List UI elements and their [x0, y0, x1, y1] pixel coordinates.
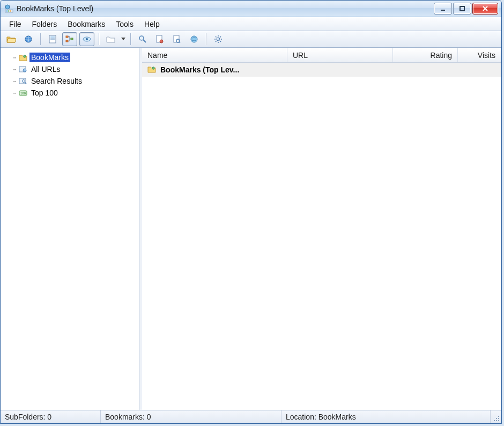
bookmark-folder-icon: [19, 53, 27, 62]
app-window: BookMarks (Top Level) File Folders Bookm…: [0, 0, 502, 424]
svg-text:100: 100: [20, 92, 26, 95]
tree-item-top-100[interactable]: ⋯ 100 Top 100: [3, 87, 137, 99]
svg-point-26: [23, 69, 26, 72]
tree-item-all-urls[interactable]: ⋯ All URLs: [3, 63, 137, 75]
svg-rect-6: [460, 6, 464, 11]
status-bookmarks: Bookmarks: 0: [101, 410, 281, 423]
folder-icon: [147, 65, 156, 75]
toolbar-separator: [206, 33, 206, 45]
svg-rect-14: [71, 38, 73, 40]
column-header-rating[interactable]: Rating: [393, 48, 458, 62]
svg-rect-11: [50, 39, 55, 40]
column-header-visits[interactable]: Visits: [458, 48, 501, 62]
top100-icon: 100: [19, 89, 27, 97]
page-view-button[interactable]: [45, 32, 60, 46]
app-icon: [5, 4, 13, 13]
svg-point-22: [191, 36, 197, 42]
svg-point-19: [160, 40, 163, 43]
folder-tree[interactable]: ⋯ BookMarks ⋯ All URLs ⋯ Search Results: [1, 48, 139, 410]
svg-rect-2: [6, 10, 8, 12]
toolbar-separator: [99, 33, 99, 45]
svg-point-17: [139, 36, 144, 40]
search-results-icon: [19, 77, 27, 85]
svg-rect-10: [50, 38, 55, 39]
svg-rect-33: [496, 420, 497, 421]
search-button[interactable]: [135, 32, 150, 46]
tree-connector: ⋯: [4, 54, 17, 61]
globe-small-button[interactable]: [187, 32, 202, 46]
svg-point-31: [152, 67, 154, 69]
window-controls: [434, 3, 498, 14]
tree-connector: ⋯: [4, 66, 17, 73]
tree-connector: ⋯: [4, 78, 17, 85]
doc-search-button[interactable]: [169, 32, 184, 46]
doc-check-button[interactable]: [152, 32, 167, 46]
list-header: Name URL Rating Visits: [142, 48, 501, 63]
svg-point-16: [86, 38, 88, 40]
tree-item-label: Search Results: [29, 76, 84, 86]
svg-rect-36: [496, 418, 497, 419]
menu-bookmarks[interactable]: Bookmarks: [62, 18, 110, 31]
svg-rect-34: [498, 418, 499, 419]
new-folder-button[interactable]: [103, 32, 118, 46]
menu-tools[interactable]: Tools: [110, 18, 139, 31]
toolbar-separator: [40, 33, 41, 45]
svg-rect-13: [66, 40, 68, 42]
menu-help[interactable]: Help: [139, 18, 165, 31]
svg-point-23: [217, 38, 220, 41]
toolbar: [1, 31, 501, 48]
new-folder-dropdown[interactable]: [121, 38, 126, 41]
menubar: File Folders Bookmarks Tools Help: [1, 17, 501, 31]
svg-rect-12: [66, 36, 68, 38]
svg-rect-5: [441, 10, 445, 11]
status-subfolders: SubFolders: 0: [1, 410, 101, 423]
column-header-url[interactable]: URL: [287, 48, 393, 62]
menu-file[interactable]: File: [4, 18, 27, 31]
status-location: Location: BookMarks: [281, 410, 491, 423]
svg-point-24: [24, 55, 26, 57]
column-header-name[interactable]: Name: [142, 48, 287, 62]
thumb-view-button[interactable]: [79, 32, 94, 46]
tree-item-label: Top 100: [29, 88, 60, 98]
svg-rect-9: [50, 36, 55, 38]
minimize-button[interactable]: [434, 3, 452, 14]
statusbar: SubFolders: 0 Bookmarks: 0 Location: Boo…: [1, 410, 501, 423]
tree-item-search-results[interactable]: ⋯ Search Results: [3, 75, 137, 87]
list-panel: Name URL Rating Visits BookMarks (Top Le…: [142, 48, 501, 410]
globe-button[interactable]: [21, 32, 36, 46]
window-title: BookMarks (Top Level): [17, 4, 93, 13]
svg-rect-35: [494, 420, 495, 421]
menu-folders[interactable]: Folders: [27, 18, 63, 31]
titlebar: BookMarks (Top Level): [1, 1, 501, 17]
tree-view-button[interactable]: [62, 32, 77, 46]
toolbar-separator: [130, 33, 131, 45]
svg-rect-32: [498, 420, 499, 421]
maximize-button[interactable]: [453, 3, 471, 14]
tree-connector: ⋯: [4, 90, 17, 97]
svg-rect-3: [8, 10, 9, 12]
settings-button[interactable]: [211, 32, 226, 46]
row-name: BookMarks (Top Lev...: [160, 65, 239, 74]
list-rows[interactable]: BookMarks (Top Lev...: [142, 63, 501, 410]
svg-rect-4: [10, 10, 11, 12]
resize-grip[interactable]: [491, 410, 501, 423]
open-folder-button[interactable]: [4, 32, 19, 46]
list-row[interactable]: BookMarks (Top Lev...: [142, 63, 501, 77]
close-button[interactable]: [472, 3, 498, 14]
urls-icon: [19, 65, 27, 74]
svg-rect-37: [498, 416, 499, 417]
tree-item-bookmarks[interactable]: ⋯ BookMarks: [3, 52, 137, 63]
body: ⋯ BookMarks ⋯ All URLs ⋯ Search Results: [1, 48, 501, 410]
tree-item-label: All URLs: [29, 64, 62, 74]
svg-point-0: [5, 5, 10, 9]
tree-item-label: BookMarks: [29, 53, 70, 62]
